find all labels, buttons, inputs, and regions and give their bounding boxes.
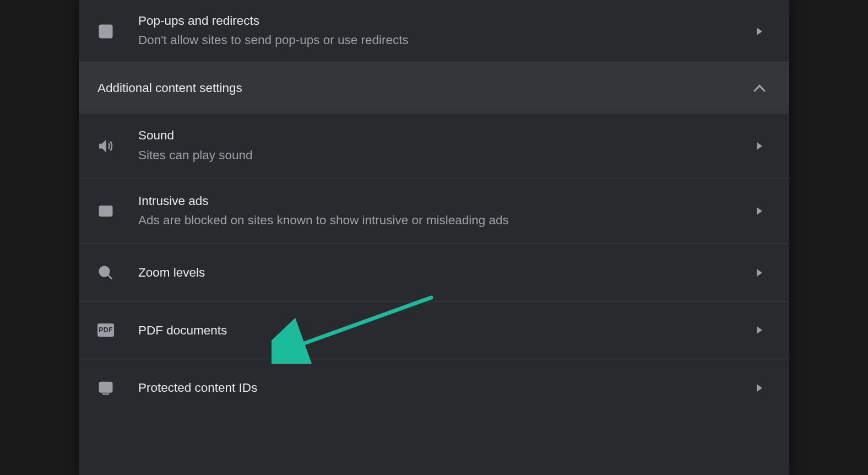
- popups-subtitle: Don't allow sites to send pop-ups or use…: [138, 30, 748, 50]
- ads-title: Intrusive ads: [138, 192, 748, 210]
- popups-title: Pop-ups and redirects: [138, 12, 748, 30]
- popups-icon: [97, 23, 138, 40]
- chevron-right-icon: [748, 326, 771, 334]
- svg-marker-3: [757, 142, 762, 150]
- protected-content-icon: [97, 380, 138, 396]
- svg-marker-13: [757, 384, 762, 392]
- row-intrusive-ads[interactable]: Intrusive ads Ads are blocked on sites k…: [79, 179, 789, 245]
- chevron-right-icon: [748, 142, 771, 150]
- svg-marker-6: [757, 207, 762, 215]
- sound-subtitle: Sites can play sound: [138, 145, 748, 165]
- pdf-icon: PDF: [97, 323, 138, 337]
- zoom-icon: [97, 265, 138, 281]
- section-title: Additional content settings: [97, 79, 748, 97]
- svg-point-7: [100, 267, 110, 277]
- sound-icon: [97, 138, 138, 154]
- svg-marker-2: [753, 84, 766, 92]
- pdf-title: PDF documents: [138, 322, 748, 339]
- chevron-right-icon: [748, 269, 771, 277]
- settings-panel: Pop-ups and redirects Don't allow sites …: [79, 0, 789, 475]
- ads-subtitle: Ads are blocked on sites known to show i…: [138, 210, 748, 230]
- row-sound[interactable]: Sound Sites can play sound: [79, 114, 789, 179]
- svg-marker-10: [757, 326, 762, 334]
- chevron-right-icon: [748, 28, 771, 35]
- row-pdf-documents[interactable]: PDF PDF documents: [79, 302, 789, 360]
- chevron-right-icon: [748, 384, 771, 392]
- section-additional-content[interactable]: Additional content settings: [79, 63, 789, 114]
- chevron-right-icon: [748, 207, 771, 215]
- row-zoom-levels[interactable]: Zoom levels: [79, 244, 789, 302]
- svg-marker-1: [757, 28, 762, 35]
- svg-line-8: [108, 275, 112, 279]
- zoom-title: Zoom levels: [138, 264, 748, 282]
- svg-rect-4: [100, 207, 112, 217]
- row-popups-redirects[interactable]: Pop-ups and redirects Don't allow sites …: [79, 0, 789, 63]
- ads-icon: [97, 203, 138, 219]
- chevron-up-icon: [748, 84, 771, 92]
- protected-title: Protected content IDs: [138, 379, 748, 397]
- row-protected-content[interactable]: Protected content IDs: [79, 359, 789, 417]
- svg-marker-9: [757, 269, 762, 277]
- sound-title: Sound: [138, 127, 748, 144]
